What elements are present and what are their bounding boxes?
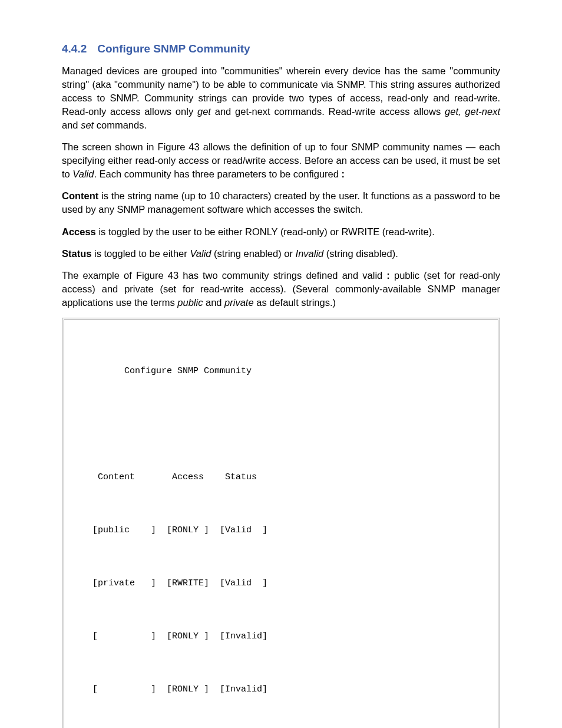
text: (string enabled) or xyxy=(211,248,295,259)
text-italic: get, get-next xyxy=(445,106,500,117)
section-heading: 4.4.2Configure SNMP Community xyxy=(62,41,500,57)
text: and get-next commands. Read-write access… xyxy=(211,106,445,117)
text-italic: Invalid xyxy=(296,248,324,259)
text-bold: Content xyxy=(62,190,98,201)
text-italic: set xyxy=(81,120,94,130)
terminal-row: [public ] [RONLY ] [Valid ] xyxy=(71,522,491,539)
terminal-screenshot: Configure SNMP Community Content Access … xyxy=(62,318,500,728)
paragraph-2: The screen shown in Figure 43 allows the… xyxy=(62,140,500,181)
text: is the string name (up to 10 characters)… xyxy=(62,190,500,215)
terminal-row: [ ] [RONLY ] [Invalid] xyxy=(71,628,491,645)
paragraph-6: The example of Figure 43 has two communi… xyxy=(62,269,500,309)
paragraph-1: Managed devices are grouped into "commun… xyxy=(62,64,500,132)
text: and xyxy=(62,120,81,130)
text: as default strings.) xyxy=(254,297,336,308)
paragraph-4: Access is toggled by the user to be eith… xyxy=(62,225,500,239)
text: is toggled to be either xyxy=(91,248,190,259)
terminal-title: Configure SNMP Community xyxy=(71,363,491,380)
terminal-header: Content Access Status xyxy=(71,469,491,486)
text: commands. xyxy=(94,120,147,130)
text-bold: Status xyxy=(62,248,91,259)
heading-number: 4.4.2 xyxy=(62,42,87,55)
paragraph-5: Status is toggled to be either Valid (st… xyxy=(62,247,500,261)
text-italic: public xyxy=(177,297,203,308)
text: . Each community has three parameters to… xyxy=(94,169,341,179)
text-italic: Valid xyxy=(72,169,94,179)
text: and xyxy=(203,297,224,308)
text-italic: Valid xyxy=(190,248,211,259)
terminal-row: [ ] [RONLY ] [Invalid] xyxy=(71,681,491,699)
text-italic: private xyxy=(224,297,254,308)
text-bold: : xyxy=(342,169,345,179)
text: The example of Figure 43 has two communi… xyxy=(62,270,386,281)
text: is toggled by the user to be either RONL… xyxy=(96,226,435,237)
terminal-row: [private ] [RWRITE] [Valid ] xyxy=(71,575,491,592)
paragraph-3: Content is the string name (up to 10 cha… xyxy=(62,189,500,216)
text-bold: Access xyxy=(62,226,96,237)
heading-title: Configure SNMP Community xyxy=(97,42,250,55)
text-italic: get xyxy=(197,106,211,117)
text: (string disabled). xyxy=(323,248,398,259)
